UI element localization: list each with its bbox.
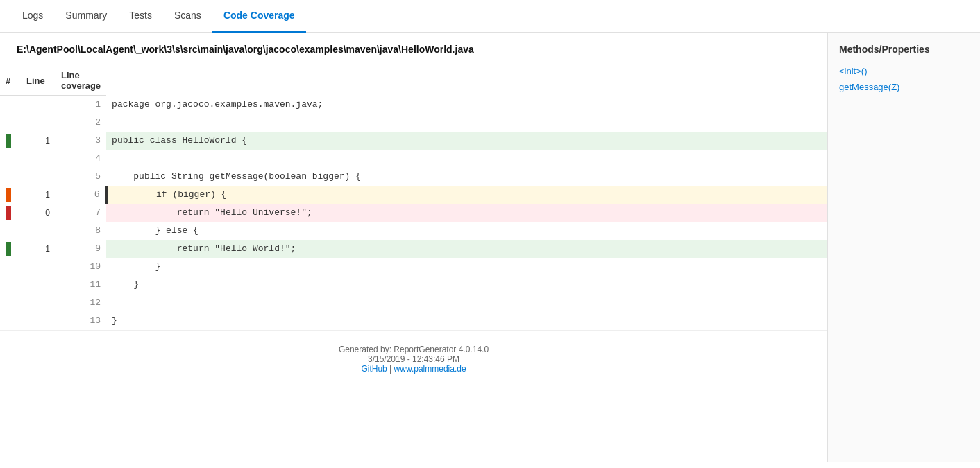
line-code xyxy=(106,150,827,168)
table-row: 4 xyxy=(0,150,827,168)
footer-links: GitHub | www.palmmedia.de xyxy=(14,364,813,374)
methods-container: <init>()getMessage(Z) xyxy=(839,66,969,92)
table-row: 1package org.jacoco.examples.maven.java; xyxy=(0,96,827,114)
indicator-bar-green xyxy=(6,134,11,148)
line-indicator xyxy=(0,312,21,330)
line-number: 11 xyxy=(56,276,106,294)
table-row: 16 if (bigger) { xyxy=(0,186,827,204)
line-number: 2 xyxy=(56,114,106,132)
footer-website-link[interactable]: www.palmmedia.de xyxy=(394,364,466,374)
code-table: # Line Line coverage 1package org.jacoco… xyxy=(0,66,827,330)
line-count xyxy=(21,294,56,312)
line-number: 7 xyxy=(56,204,106,222)
line-code: } xyxy=(106,276,827,294)
footer-separator: | xyxy=(387,364,394,374)
line-indicator xyxy=(0,186,21,204)
line-count xyxy=(21,96,56,114)
indicator-bar-red xyxy=(6,206,11,220)
nav-item-code-coverage[interactable]: Code Coverage xyxy=(212,0,306,33)
line-indicator xyxy=(0,132,21,150)
line-indicator xyxy=(0,96,21,114)
line-number: 3 xyxy=(56,132,106,150)
line-code: public String getMessage(boolean bigger)… xyxy=(106,168,827,186)
line-indicator xyxy=(0,204,21,222)
indicator-bar-orange xyxy=(6,188,11,202)
line-code xyxy=(106,294,827,312)
line-indicator xyxy=(0,114,21,132)
line-code: } xyxy=(106,312,827,330)
table-row: 8 } else { xyxy=(0,222,827,240)
line-number: 13 xyxy=(56,312,106,330)
line-count xyxy=(21,258,56,276)
line-code: public class HelloWorld { xyxy=(106,132,827,150)
line-count xyxy=(21,150,56,168)
line-number: 12 xyxy=(56,294,106,312)
line-code: package org.jacoco.examples.maven.java; xyxy=(106,96,827,114)
col-hash: # xyxy=(0,66,21,96)
line-number: 10 xyxy=(56,258,106,276)
nav-bar: LogsSummaryTestsScansCode Coverage xyxy=(0,0,980,33)
line-code: return "Hello Universe!"; xyxy=(106,204,827,222)
line-count: 0 xyxy=(21,204,56,222)
line-code: } else { xyxy=(106,222,827,240)
line-indicator xyxy=(0,150,21,168)
file-path: E:\AgentPool\LocalAgent\_work\3\s\src\ma… xyxy=(0,33,827,66)
table-row: 2 xyxy=(0,114,827,132)
line-code: } xyxy=(106,258,827,276)
line-indicator xyxy=(0,222,21,240)
line-indicator xyxy=(0,276,21,294)
line-number: 5 xyxy=(56,168,106,186)
method-link[interactable]: getMessage(Z) xyxy=(839,82,969,92)
right-panel-title: Methods/Properties xyxy=(839,44,969,55)
line-indicator xyxy=(0,168,21,186)
method-link[interactable]: <init>() xyxy=(839,66,969,76)
line-count xyxy=(21,276,56,294)
line-indicator xyxy=(0,294,21,312)
footer: Generated by: ReportGenerator 4.0.14.0 3… xyxy=(0,330,827,388)
nav-item-summary[interactable]: Summary xyxy=(54,0,118,33)
main-layout: E:\AgentPool\LocalAgent\_work\3\s\src\ma… xyxy=(0,33,980,462)
table-row: 19 return "Hello World!"; xyxy=(0,240,827,258)
table-row: 5 public String getMessage(boolean bigge… xyxy=(0,168,827,186)
line-count xyxy=(21,114,56,132)
table-row: 07 return "Hello Universe!"; xyxy=(0,204,827,222)
line-code: return "Hello World!"; xyxy=(106,240,827,258)
line-count: 1 xyxy=(21,186,56,204)
line-count xyxy=(21,312,56,330)
line-number: 9 xyxy=(56,240,106,258)
line-code xyxy=(106,114,827,132)
nav-item-tests[interactable]: Tests xyxy=(118,0,163,33)
table-row: 12 xyxy=(0,294,827,312)
line-count xyxy=(21,168,56,186)
line-count: 1 xyxy=(21,240,56,258)
code-panel: E:\AgentPool\LocalAgent\_work\3\s\src\ma… xyxy=(0,33,827,462)
table-row: 11 } xyxy=(0,276,827,294)
footer-generated: Generated by: ReportGenerator 4.0.14.0 xyxy=(14,345,813,354)
line-indicator xyxy=(0,258,21,276)
line-number: 1 xyxy=(56,96,106,114)
footer-github-link[interactable]: GitHub xyxy=(361,364,387,374)
col-line: Line xyxy=(21,66,56,96)
footer-date: 3/15/2019 - 12:43:46 PM xyxy=(14,354,813,364)
line-count: 1 xyxy=(21,132,56,150)
table-row: 13} xyxy=(0,312,827,330)
nav-item-scans[interactable]: Scans xyxy=(163,0,212,33)
line-indicator xyxy=(0,240,21,258)
indicator-bar-green xyxy=(6,242,11,256)
line-code: if (bigger) { xyxy=(106,186,827,204)
line-number: 4 xyxy=(56,150,106,168)
table-row: 13public class HelloWorld { xyxy=(0,132,827,150)
line-number: 8 xyxy=(56,222,106,240)
table-row: 10 } xyxy=(0,258,827,276)
line-count xyxy=(21,222,56,240)
nav-item-logs[interactable]: Logs xyxy=(11,0,54,33)
line-number: 6 xyxy=(56,186,106,204)
col-coverage: Line coverage xyxy=(56,66,106,96)
right-panel: Methods/Properties <init>()getMessage(Z) xyxy=(827,33,980,462)
